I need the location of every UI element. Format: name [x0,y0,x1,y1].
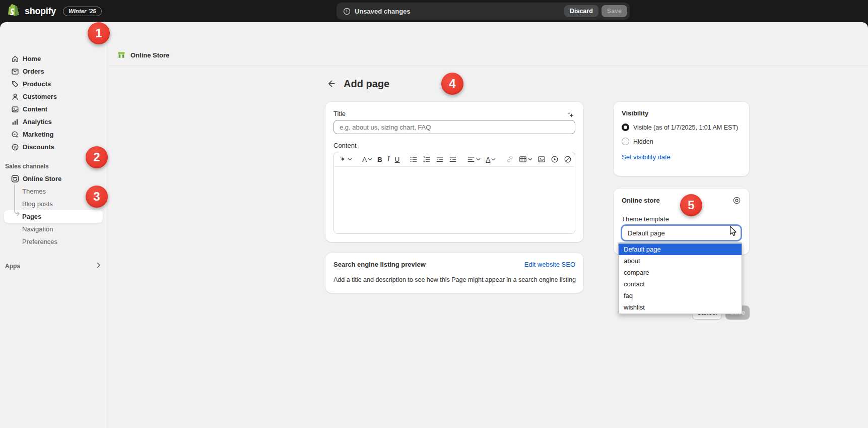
table-icon [519,155,527,163]
sidebar-subitem-preferences[interactable]: Preferences [0,235,108,248]
bold-button[interactable]: B [376,154,383,165]
sidebar-item-products[interactable]: Products [0,78,108,90]
seo-heading: Search engine listing preview [333,261,426,268]
text-color-button[interactable]: A [485,154,497,165]
marketing-icon [11,131,19,139]
sales-channels-label: Sales channels [5,163,49,170]
italic-button[interactable]: I [386,154,391,165]
analytics-icon [11,118,19,126]
color-letter: A [486,156,490,163]
sidebar-item-label: Marketing [23,131,53,138]
dropdown-option-contact[interactable]: contact [619,278,742,290]
underline-letter: U [394,156,399,163]
shopify-admin-window: shopify Winter ’25 Unsaved changes Disca… [0,0,868,428]
sidebar-subitem-navigation[interactable]: Navigation [0,223,108,235]
table-button[interactable] [518,154,533,165]
sidebar-item-label: Online Store [23,175,61,182]
products-icon [11,80,19,88]
sparkle-icon [339,156,347,163]
content-header-title: Online Store [130,51,169,59]
chevron-down-icon [348,158,352,161]
video-icon [551,155,559,163]
alignment-button[interactable] [466,154,482,165]
magic-icon[interactable] [567,111,575,119]
version-badge: Winter ’25 [63,7,102,16]
discounts-icon [11,143,19,151]
numbered-list-button[interactable] [422,154,432,165]
bold-letter: B [377,156,382,163]
apps-label: Apps [5,263,20,270]
edit-website-seo-link[interactable]: Edit website SEO [524,261,575,268]
home-icon [11,55,19,63]
title-label: Title [333,110,346,117]
clear-formatting-button[interactable] [563,154,573,165]
radio-unselected-icon[interactable] [622,138,629,145]
dropdown-option-default-page[interactable]: Default page [619,243,742,255]
link-button[interactable] [505,154,515,165]
visibility-option-visible[interactable]: Visible (as of 1/7/2025, 1:01 AM EST) [622,124,741,131]
dropdown-option-wishlist[interactable]: wishlist [619,301,742,313]
editor-toolbar: A B I U A [334,152,575,167]
page-details-card: Title Content A [325,102,583,242]
page-head: Add page [325,78,389,90]
online-store-heading: Online store [622,197,660,204]
video-button[interactable] [550,154,560,165]
content-header: Online Store [109,44,868,66]
topbar: shopify Winter ’25 Unsaved changes Disca… [0,0,868,22]
sidebar-item-label: Home [23,55,41,63]
visibility-heading: Visibility [622,109,741,117]
page-title-input[interactable] [333,120,575,134]
dropdown-option-compare[interactable]: compare [619,267,742,278]
image-button[interactable] [537,154,547,165]
save-button-topbar[interactable]: Save [602,5,627,17]
back-button[interactable] [325,78,338,90]
shopify-logo-icon [8,4,21,18]
sidebar-item-customers[interactable]: Customers [0,90,108,103]
sidebar-item-content[interactable]: Content [0,103,108,115]
sidebar-item-marketing[interactable]: Marketing [0,128,108,141]
set-visibility-date-link[interactable]: Set visibility date [622,153,671,161]
sidebar-item-label: Analytics [23,118,52,126]
content-label: Content [333,142,575,149]
radio-selected-icon[interactable] [622,124,629,131]
cursor-icon [729,226,738,237]
shopify-logo[interactable]: shopify Winter ’25 [8,0,102,22]
sidebar-item-orders[interactable]: Orders [0,65,108,78]
sidebar-item-home[interactable]: Home [0,52,108,65]
orders-icon [11,68,19,76]
indent-icon [449,155,457,163]
visibility-option-hidden[interactable]: Hidden [622,138,741,145]
dropdown-option-faq[interactable]: faq [619,290,742,301]
store-favicon-icon [117,50,126,59]
content-editor-area[interactable] [334,167,575,234]
chevron-down-icon [528,158,532,161]
annotation-4: 4 [441,73,463,95]
brand-wordmark: shopify [25,6,56,17]
sidebar-item-online-store[interactable]: Online Store [0,172,108,185]
underline-button[interactable]: U [393,154,400,165]
italic-letter: I [387,155,390,163]
seo-description: Add a title and description to see how t… [333,276,575,283]
seo-card: Search engine listing preview Edit websi… [325,253,583,293]
outdent-button[interactable] [435,154,445,165]
indent-button[interactable] [448,154,458,165]
annotation-2: 2 [86,146,108,168]
eye-icon[interactable] [732,196,741,205]
discard-button[interactable]: Discard [564,5,598,17]
sidebar-item-analytics[interactable]: Analytics [0,115,108,128]
annotation-1: 1 [88,22,110,44]
apps-header[interactable]: Apps [0,260,108,272]
customers-icon [11,93,19,101]
format-letter: A [362,156,367,163]
bullet-list-button[interactable] [409,154,419,165]
theme-template-select[interactable]: Default page [622,225,741,240]
bullet-list-icon [410,155,418,163]
sidebar-subitem-pages-active[interactable]: Pages [4,210,103,223]
selected-option: Default page [628,229,665,237]
text-style-button[interactable]: A [361,154,373,165]
dropdown-option-about[interactable]: about [619,255,742,267]
sidebar-item-label: Products [23,80,51,88]
rich-text-editor: A B I U A [333,152,575,234]
ai-assistant-button[interactable] [338,154,353,165]
chevron-down-icon [476,158,481,161]
